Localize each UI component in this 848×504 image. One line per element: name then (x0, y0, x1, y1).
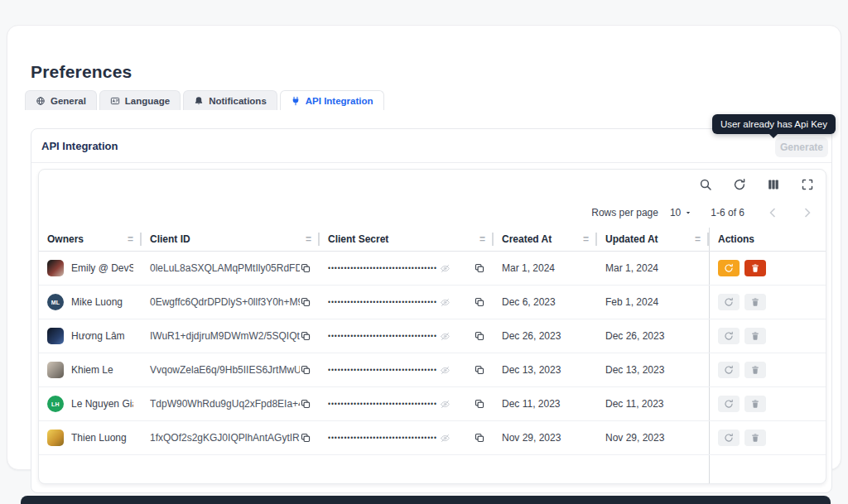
copy-icon (300, 330, 311, 342)
regenerate-key-button[interactable] (718, 294, 740, 310)
column-resize-handle[interactable]: = (583, 233, 589, 245)
eye-off-icon[interactable] (440, 399, 450, 410)
trash-icon (750, 399, 760, 409)
rows-per-page-value: 10 (670, 207, 681, 218)
refresh-icon (724, 297, 734, 307)
tab-notifications[interactable]: Notifications (183, 90, 277, 110)
pagination: Rows per page 10 1-6 of 6 (591, 206, 814, 219)
owner-name: Emily @ DevSamurai (71, 262, 133, 274)
client-id-value: TdpW90WhRdu9gUq2xFpd8EIa+4vGx... (150, 398, 300, 410)
copy-client-secret-button[interactable] (474, 330, 485, 342)
client-id-value: 0leLuL8aSXQLAMqPMtIly05RdFDDJsi... (150, 262, 300, 274)
copy-client-secret-button[interactable] (474, 432, 485, 444)
owner-name: Mike Luong (71, 296, 123, 308)
table-header-row: Owners = Client ID = Client Secret = Cre… (39, 228, 826, 252)
copy-icon (300, 364, 311, 376)
table-toolbar (699, 178, 814, 191)
avatar (47, 328, 64, 344)
eye-off-icon[interactable] (440, 433, 450, 444)
rows-per-page-select[interactable]: 10 (670, 207, 692, 218)
avatar: LH (47, 396, 64, 412)
column-resize-handle[interactable]: = (695, 233, 701, 245)
delete-key-button[interactable] (744, 362, 766, 378)
regenerate-key-button[interactable] (718, 328, 740, 344)
next-page-button[interactable] (801, 206, 814, 219)
copy-client-id-button[interactable] (300, 432, 311, 444)
eye-off-icon[interactable] (440, 331, 450, 342)
trash-icon (750, 331, 760, 341)
avatar: ML (47, 294, 64, 310)
eye-off-icon[interactable] (440, 263, 450, 274)
delete-key-button[interactable] (744, 396, 766, 412)
updated-at-cell: Dec 13, 2023 (597, 353, 709, 386)
copy-client-id-button[interactable] (300, 296, 311, 308)
created-at-cell: Mar 1, 2024 (494, 252, 597, 285)
copy-client-secret-button[interactable] (474, 262, 485, 274)
eye-off-icon[interactable] (440, 365, 450, 376)
client-id-cell: IWuR1+djdjruM9DWmW2/5SQIQtFOCD... (142, 319, 320, 353)
updated-at-cell: Dec 26, 2023 (597, 319, 709, 353)
delete-key-button[interactable] (744, 260, 766, 276)
owner-cell: LH Le Nguyen Gia Huy (39, 387, 142, 420)
regenerate-key-button[interactable] (718, 396, 740, 412)
client-secret-masked: •••••••••••••••••••••••••••••••••• (328, 434, 437, 442)
language-icon (110, 96, 120, 106)
actions-cell (709, 286, 826, 319)
copy-icon (300, 262, 311, 274)
client-secret-cell: •••••••••••••••••••••••••••••••••• (320, 387, 494, 420)
owner-cell: Emily @ DevSamurai (39, 252, 142, 285)
delete-key-button[interactable] (744, 294, 766, 310)
tab-api-integration[interactable]: API Integration (280, 90, 384, 110)
owner-cell: Thien Luong (39, 421, 142, 454)
copy-client-id-button[interactable] (300, 364, 311, 376)
api-keys-table-card: Rows per page 10 1-6 of 6 Owners = Clien… (38, 169, 826, 484)
fullscreen-button[interactable] (801, 178, 814, 191)
search-button[interactable] (699, 178, 712, 191)
columns-icon (767, 178, 780, 191)
column-resize-handle[interactable]: = (479, 233, 485, 245)
actions-cell (709, 421, 826, 454)
created-at-cell: Dec 13, 2023 (494, 353, 597, 386)
owner-cell: Hương Lâm (39, 319, 142, 353)
actions-cell (709, 319, 826, 353)
fullscreen-icon (801, 178, 814, 191)
tab-general[interactable]: General (25, 90, 97, 110)
updated-at-cell: Dec 11, 2023 (597, 387, 709, 420)
updated-at-header: Updated At = (597, 228, 709, 251)
updated-at-cell: Feb 1, 2024 (597, 286, 709, 319)
prev-page-button[interactable] (766, 206, 779, 219)
copy-icon (474, 296, 485, 308)
client-id-header: Client ID = (142, 228, 320, 251)
copy-client-secret-button[interactable] (474, 398, 485, 410)
copy-client-secret-button[interactable] (474, 364, 485, 376)
regenerate-key-button[interactable] (718, 260, 740, 276)
client-id-value: VvqowZelaE6q/9Hb5IIES6JrtMwUB2+... (150, 364, 300, 376)
copy-client-secret-button[interactable] (474, 296, 485, 308)
client-secret-masked: •••••••••••••••••••••••••••••••••• (328, 401, 437, 408)
column-resize-handle[interactable]: = (128, 233, 133, 245)
created-at-header: Created At = (494, 228, 597, 251)
owner-name: Thien Luong (71, 432, 127, 444)
regenerate-key-button[interactable] (718, 362, 740, 378)
columns-button[interactable] (767, 178, 780, 191)
refresh-button[interactable] (733, 178, 746, 191)
regenerate-key-button[interactable] (718, 430, 740, 446)
delete-key-button[interactable] (744, 328, 766, 344)
client-id-cell: TdpW90WhRdu9gUq2xFpd8EIa+4vGx... (142, 387, 320, 420)
updated-at-cell: Nov 29, 2023 (597, 421, 709, 454)
copy-client-id-button[interactable] (300, 398, 311, 410)
tab-language[interactable]: Language (99, 90, 181, 110)
copy-client-id-button[interactable] (300, 330, 311, 342)
avatar (47, 362, 64, 378)
globe-icon (36, 96, 46, 106)
generate-button[interactable]: Generate (775, 137, 828, 157)
copy-client-id-button[interactable] (300, 262, 311, 274)
client-secret-header: Client Secret = (320, 228, 494, 251)
client-secret-masked: •••••••••••••••••••••••••••••••••• (328, 333, 437, 340)
actions-header-label: Actions (718, 233, 754, 245)
client-id-cell: 0leLuL8aSXQLAMqPMtIly05RdFDDJsi... (142, 252, 320, 285)
eye-off-icon[interactable] (440, 297, 450, 308)
delete-key-button[interactable] (744, 430, 766, 446)
table-row: ML Mike Luong 0Ewgffc6QdrDPDlyS+0llf3Y0h… (39, 286, 826, 319)
column-resize-handle[interactable]: = (306, 233, 311, 245)
